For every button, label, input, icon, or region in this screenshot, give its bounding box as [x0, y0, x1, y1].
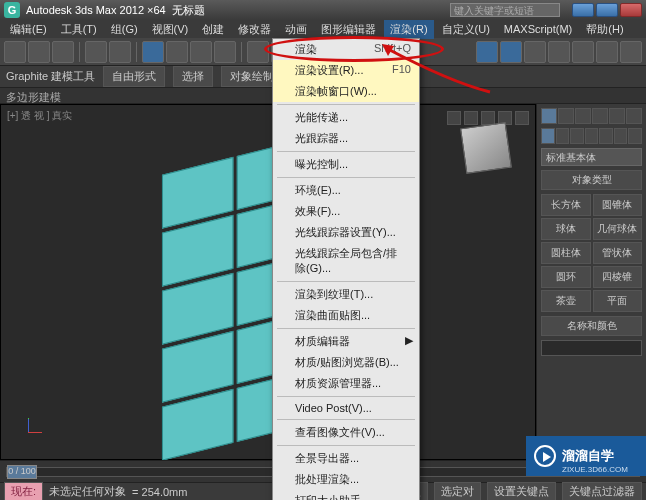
menu-item[interactable]: 渲染Shift+Q — [273, 39, 419, 60]
menu-item[interactable]: 光线跟踪器设置(Y)... — [273, 222, 419, 243]
primitive-button[interactable]: 圆锥体 — [593, 194, 643, 216]
menu-item[interactable]: Video Post(V)... — [273, 399, 419, 417]
menu-item[interactable]: 批处理渲染... — [273, 469, 419, 490]
time-marker[interactable]: 0 / 100 — [7, 465, 37, 479]
keyfilter-button[interactable]: 关键点过滤器 — [562, 482, 642, 500]
tool-button[interactable] — [500, 41, 522, 63]
menu-item[interactable]: 查看图像文件(V)... — [273, 422, 419, 443]
menu-item[interactable]: 曝光控制... — [273, 154, 419, 175]
tool-button[interactable] — [524, 41, 546, 63]
subtab-space[interactable] — [614, 128, 628, 144]
menu-item[interactable]: 光线跟踪全局包含/排除(G)... — [273, 243, 419, 279]
vp-icon[interactable] — [464, 111, 478, 125]
tool-button[interactable] — [214, 41, 236, 63]
graphite-label: Graphite 建模工具 — [6, 69, 95, 84]
setkey-button[interactable]: 设置关键点 — [487, 482, 556, 500]
selected-button[interactable]: 选定对 — [434, 482, 481, 500]
menu-item[interactable]: 效果(F)... — [273, 201, 419, 222]
menu-item[interactable]: 渲染到纹理(T)... — [273, 284, 419, 305]
select-button[interactable]: 选择 — [173, 66, 213, 87]
close-button[interactable] — [620, 3, 642, 17]
section-object-type: 对象类型 — [541, 170, 642, 190]
tab-utilities[interactable] — [626, 108, 642, 124]
tool-button[interactable] — [166, 41, 188, 63]
maximize-button[interactable] — [596, 3, 618, 17]
menu-item[interactable]: 组(G) — [105, 20, 144, 39]
menu-item[interactable]: 环境(E)... — [273, 180, 419, 201]
tool-button[interactable] — [572, 41, 594, 63]
tool-button[interactable] — [142, 41, 164, 63]
object-name-input[interactable] — [541, 340, 642, 356]
primitive-button[interactable]: 圆柱体 — [541, 242, 591, 264]
menu-item[interactable]: 图形编辑器 — [315, 20, 382, 39]
primitive-button[interactable]: 四棱锥 — [593, 266, 643, 288]
subtab-systems[interactable] — [628, 128, 642, 144]
tool-button[interactable] — [109, 41, 131, 63]
menu-item[interactable]: 全景导出器... — [273, 448, 419, 469]
tool-button[interactable] — [620, 41, 642, 63]
doc-title: 无标题 — [172, 3, 205, 18]
menu-item[interactable]: 编辑(E) — [4, 20, 53, 39]
tool-button[interactable] — [247, 41, 269, 63]
menu-item[interactable]: 动画 — [279, 20, 313, 39]
search-input[interactable]: 键入关键字或短语 — [450, 3, 560, 17]
menu-item[interactable]: 材质编辑器▶ — [273, 331, 419, 352]
minimize-button[interactable] — [572, 3, 594, 17]
app-title: Autodesk 3ds Max 2012 ×64 — [26, 4, 166, 16]
app-logo: G — [4, 2, 20, 18]
tab-modify[interactable] — [558, 108, 574, 124]
menu-item[interactable]: 自定义(U) — [436, 20, 496, 39]
menu-item[interactable]: 材质资源管理器... — [273, 373, 419, 394]
section-name-color: 名称和颜色 — [541, 316, 642, 336]
primitive-button[interactable]: 球体 — [541, 218, 591, 240]
subtab-cameras[interactable] — [585, 128, 599, 144]
primitive-button[interactable]: 圆环 — [541, 266, 591, 288]
tab-hierarchy[interactable] — [575, 108, 591, 124]
tool-button[interactable] — [596, 41, 618, 63]
menu-item[interactable]: 材质/贴图浏览器(B)... — [273, 352, 419, 373]
menu-item[interactable]: 打印大小助手... — [273, 490, 419, 500]
primitive-button[interactable]: 长方体 — [541, 194, 591, 216]
tool-button[interactable] — [28, 41, 50, 63]
tool-button[interactable] — [4, 41, 26, 63]
primitive-button[interactable]: 平面 — [593, 290, 643, 312]
title-bar: G Autodesk 3ds Max 2012 ×64 无标题 键入关键字或短语 — [0, 0, 646, 20]
primitive-button[interactable]: 几何球体 — [593, 218, 643, 240]
tool-button[interactable] — [85, 41, 107, 63]
menu-item[interactable]: 帮助(H) — [580, 20, 629, 39]
tool-button[interactable] — [548, 41, 570, 63]
menu-item[interactable]: 渲染(R) — [384, 20, 433, 39]
viewport[interactable]: [+] 透 视 ] 真实 — [0, 104, 536, 460]
tool-button[interactable] — [476, 41, 498, 63]
tab-display[interactable] — [609, 108, 625, 124]
tool-button[interactable] — [190, 41, 212, 63]
menu-item[interactable]: 工具(T) — [55, 20, 103, 39]
menu-item[interactable]: 光跟踪器... — [273, 128, 419, 149]
menu-item[interactable]: 渲染曲面贴图... — [273, 305, 419, 326]
menu-item[interactable]: 渲染设置(R)...F10 — [273, 60, 419, 81]
tool-button[interactable] — [52, 41, 74, 63]
primitive-dropdown[interactable]: 标准基本体 — [541, 148, 642, 166]
tab-motion[interactable] — [592, 108, 608, 124]
viewcube[interactable] — [460, 122, 512, 174]
menu-item[interactable]: 光能传递... — [273, 107, 419, 128]
separator — [79, 42, 80, 62]
vp-icon[interactable] — [515, 111, 529, 125]
menu-item[interactable]: 渲染帧窗口(W)... — [273, 81, 419, 102]
watermark: 溜溜自学 ZIXUE.3D66.COM — [526, 436, 646, 476]
axis-z — [28, 419, 29, 432]
primitive-button[interactable]: 茶壶 — [541, 290, 591, 312]
vp-icon[interactable] — [447, 111, 461, 125]
primitive-button[interactable]: 管状体 — [593, 242, 643, 264]
menu-item[interactable]: 视图(V) — [146, 20, 195, 39]
subtab-lights[interactable] — [570, 128, 584, 144]
menu-item[interactable]: 修改器 — [232, 20, 277, 39]
subtab-helpers[interactable] — [599, 128, 613, 144]
menu-item[interactable]: 创建 — [196, 20, 230, 39]
subtab-geometry[interactable] — [541, 128, 555, 144]
tab-create[interactable] — [541, 108, 557, 124]
freeform-button[interactable]: 自由形式 — [103, 66, 165, 87]
menu-item[interactable]: MAXScript(M) — [498, 21, 578, 37]
subtab-shapes[interactable] — [556, 128, 570, 144]
watermark-text: 溜溜自学 — [562, 447, 614, 465]
